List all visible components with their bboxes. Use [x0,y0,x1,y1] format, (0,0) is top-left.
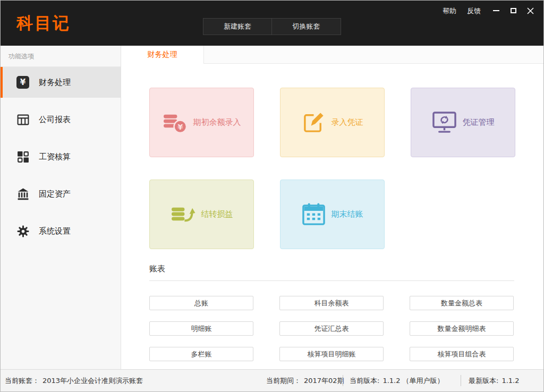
switch-account-set-button[interactable]: 切换账套 [272,18,341,35]
report-button-detail-ledger[interactable]: 明细账 [149,321,253,336]
sidebar-item-system-settings[interactable]: 系统设置 [1,216,121,246]
app-window: 科目记 新建账套 切换账套 帮助 反馈 功能选项 ¥ 财务处理 [0,0,544,392]
feature-card-grid: ¥ 期初余额录入 录入凭证 [149,88,515,249]
card-enter-voucher[interactable]: 录入凭证 [280,88,385,157]
current-version-value: 1.1.2 （单用户版） [382,376,444,386]
report-button-general-ledger[interactable]: 总账 [149,296,253,310]
current-version-label: 当前版本: [350,376,379,386]
status-separator [343,375,343,386]
monitor-sync-icon [432,110,457,134]
titlebar-links: 帮助 反馈 [443,6,481,16]
current-period-label: 当前期间： [266,376,301,386]
card-voucher-management[interactable]: 凭证管理 [411,88,515,157]
gear-icon [16,224,30,238]
calendar-icon [302,202,326,226]
current-period: 当前期间： 2017年02期 [266,370,344,391]
sidebar-item-label: 工资核算 [39,152,71,162]
report-button-account-balance-sheet[interactable]: 科目余额表 [279,296,384,310]
report-button-quantity-amount-summary[interactable]: 数量金额总表 [410,296,514,310]
sidebar-item-fixed-assets[interactable]: 固定资产 [1,178,121,209]
minimize-icon [493,10,499,11]
sidebar-item-salary-accounting[interactable]: 工资核算 [1,141,121,172]
report-button-grid: 总账 科目余额表 数量金额总表 明细账 凭证汇总表 数量金额明细表 多栏账 核算… [149,296,514,361]
app-logo: 科目记 [16,12,71,35]
report-button-quantity-amount-detail[interactable]: 数量金额明细表 [410,321,514,336]
window-controls [490,5,536,16]
close-icon [527,7,534,14]
maximize-icon [511,8,516,13]
card-carry-forward-profit-loss[interactable]: 结转损益 [149,180,254,249]
svg-text:¥: ¥ [177,122,183,131]
statusbar: 当前账套： 2013年小企业会计准则演示账套 当前期间： 2017年02期 当前… [1,369,543,391]
coin-stack-yuan-icon: ¥ [163,111,188,134]
report-table-icon [16,113,30,126]
card-label: 录入凭证 [332,117,363,127]
sidebar-item-label: 财务处理 [39,78,71,88]
card-label: 凭证管理 [463,117,495,127]
app-body: 功能选项 ¥ 财务处理 公司报表 [1,46,543,369]
current-period-value: 2017年02期 [304,376,344,386]
report-button-voucher-summary[interactable]: 凭证汇总表 [279,321,384,336]
report-button-accounting-item-detail-ledger[interactable]: 核算项目明细账 [279,347,384,361]
report-button-accounting-item-combination[interactable]: 核算项目组合表 [410,347,514,361]
status-separator [461,375,461,386]
section-divider [149,280,514,281]
card-period-end-closing[interactable]: 期末结账 [280,180,385,249]
sidebar-item-label: 固定资产 [39,189,71,199]
latest-version: 最新版本: 1.1.2 [469,370,519,391]
current-account-set: 当前账套： 2013年小企业会计准则演示账套 [5,370,143,391]
salary-blocks-icon [16,150,30,164]
report-button-multi-column-ledger[interactable]: 多栏账 [149,347,253,361]
current-account-set-value: 2013年小企业会计准则演示账套 [42,376,143,386]
pencil-edit-icon [302,110,326,134]
tab-label: 财务处理 [148,50,177,59]
current-version: 当前版本: 1.1.2 （单用户版） [350,370,444,391]
yuan-icon: ¥ [16,75,30,89]
new-account-set-button[interactable]: 新建账套 [203,18,272,35]
sidebar-item-company-reports[interactable]: 公司报表 [1,104,121,135]
sidebar-title: 功能选项 [1,46,121,67]
card-label: 期末结账 [332,209,363,219]
sidebar-item-financial-processing[interactable]: ¥ 财务处理 [1,67,121,98]
tab-financial-processing[interactable]: 财务处理 [121,46,204,64]
coin-stack-arrow-icon [171,203,196,226]
section-title-reports: 账表 [149,264,543,274]
close-button[interactable] [524,5,536,16]
main-area: 财务处理 [121,46,543,369]
card-label: 结转损益 [201,209,233,219]
bank-icon [16,187,30,201]
sidebar: 功能选项 ¥ 财务处理 公司报表 [1,46,121,369]
maximize-button[interactable] [507,5,519,16]
tabbar: 财务处理 [121,46,543,64]
help-link[interactable]: 帮助 [443,6,456,16]
latest-version-value: 1.1.2 [502,377,519,385]
account-set-buttons: 新建账套 切换账套 [203,18,341,35]
minimize-button[interactable] [490,5,502,16]
titlebar: 科目记 新建账套 切换账套 帮助 反馈 [1,1,543,46]
feedback-link[interactable]: 反馈 [467,6,481,16]
sidebar-item-label: 公司报表 [39,115,71,125]
card-label: 期初余额录入 [193,117,241,127]
latest-version-label: 最新版本: [469,376,498,386]
sidebar-item-label: 系统设置 [39,226,71,236]
card-initial-balance-entry[interactable]: ¥ 期初余额录入 [149,88,254,157]
main-content: ¥ 期初余额录入 录入凭证 [121,64,543,369]
current-account-set-label: 当前账套： [5,376,39,386]
